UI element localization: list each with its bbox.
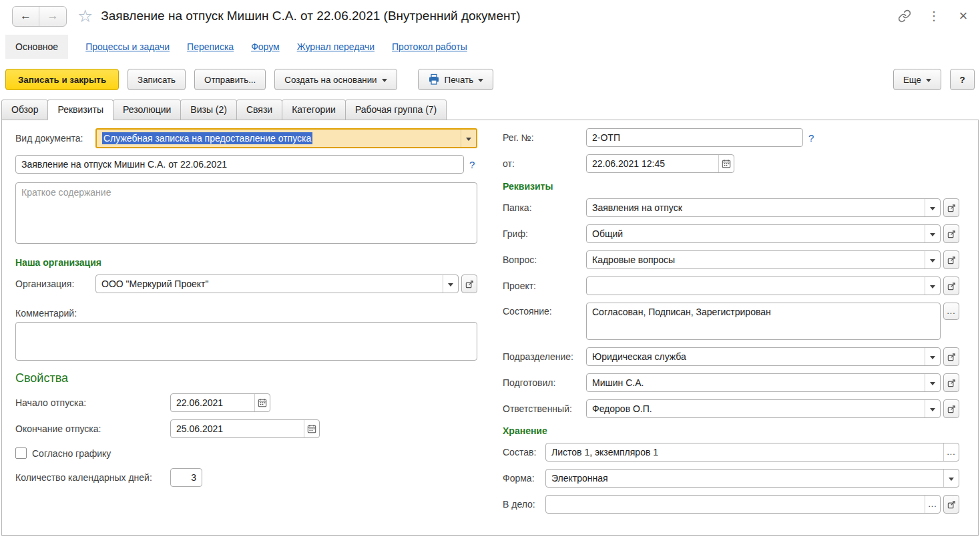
vacation-start-date-field[interactable]: 22.06.2021 — [170, 393, 270, 412]
according-to-schedule-checkbox[interactable] — [15, 447, 27, 459]
contents-field[interactable]: Листов 1, экземпляров 1 ... — [545, 443, 959, 462]
send-button[interactable]: Отправить... — [194, 69, 266, 90]
requisites-heading: Реквизиты — [503, 181, 959, 192]
reg-date-field[interactable]: 22.06.2021 12:45 — [586, 154, 734, 173]
vacation-end-calendar-button[interactable] — [304, 420, 319, 437]
vacation-end-date-field[interactable]: 25.06.2021 — [170, 419, 320, 438]
back-button[interactable]: ← — [13, 7, 39, 26]
doc-name-help[interactable]: ? — [469, 159, 475, 170]
folder-open-button[interactable] — [943, 198, 959, 217]
project-open-button[interactable] — [943, 277, 959, 295]
case-value — [546, 496, 925, 513]
help-button[interactable]: ? — [950, 69, 975, 90]
reg-number-label: Рег. №: — [503, 132, 586, 143]
chevron-down-icon — [930, 233, 935, 236]
department-open-button[interactable] — [943, 347, 959, 366]
tab-requisites[interactable]: Реквизиты — [47, 100, 113, 120]
form-combobox[interactable]: Электронная — [545, 469, 959, 488]
create-based-on-button[interactable]: Создать на основании — [274, 69, 397, 90]
state-box[interactable]: Согласован, Подписан, Зарегистрирован — [586, 303, 941, 340]
nav-link-work-protocol[interactable]: Протокол работы — [392, 41, 467, 52]
tab-workgroup[interactable]: Рабочая группа (7) — [345, 100, 447, 120]
prepared-by-open-button[interactable] — [943, 373, 959, 392]
folder-dropdown-button[interactable] — [925, 199, 940, 216]
favorite-star-icon[interactable]: ☆ — [77, 7, 93, 25]
question-combobox[interactable]: Кадровые вопросы — [586, 250, 941, 269]
project-combobox[interactable] — [586, 277, 941, 295]
forward-button[interactable]: → — [39, 7, 66, 26]
reg-number-help[interactable]: ? — [808, 132, 814, 144]
tab-resolutions[interactable]: Резолюции — [113, 100, 181, 120]
responsible-combobox[interactable]: Федоров О.П. — [586, 399, 941, 418]
form-label: Форма: — [503, 473, 545, 484]
toolbar: Записать и закрыть Записать Отправить...… — [0, 61, 980, 90]
grif-dropdown-button[interactable] — [925, 225, 940, 242]
doc-name-input[interactable]: Заявление на отпуск Мишин С.А. от 22.06.… — [15, 155, 464, 174]
save-button[interactable]: Записать — [128, 69, 186, 90]
vacation-end-value: 25.06.2021 — [171, 420, 304, 437]
doc-kind-combobox[interactable]: Служебная записка на предоставление отпу… — [95, 128, 477, 148]
department-dropdown-button[interactable] — [925, 348, 940, 365]
comment-label: Комментарий: — [15, 308, 477, 319]
question-open-button[interactable] — [943, 250, 959, 269]
organization-open-button[interactable] — [461, 275, 477, 293]
form-dropdown-button[interactable] — [943, 470, 959, 487]
grif-combobox[interactable]: Общий — [586, 224, 941, 243]
grif-value: Общий — [587, 225, 925, 242]
reg-date-value: 22.06.2021 12:45 — [587, 155, 718, 172]
case-field[interactable]: ... — [545, 495, 941, 514]
back-arrow-icon: ← — [20, 9, 31, 23]
more-menu-button[interactable]: ⋮ — [927, 9, 941, 23]
nav-link-correspondence[interactable]: Переписка — [187, 41, 234, 52]
organization-dropdown-button[interactable] — [443, 275, 458, 293]
print-button[interactable]: Печать — [418, 69, 494, 90]
reg-number-input[interactable]: 2-ОТП — [586, 128, 803, 147]
prepared-by-combobox[interactable]: Мишин С.А. — [586, 373, 941, 392]
nav-link-transfer-log[interactable]: Журнал передачи — [297, 41, 375, 52]
summary-placeholder: Краткое содержание — [21, 187, 111, 198]
get-link-button[interactable] — [897, 9, 912, 23]
close-button[interactable]: × — [956, 9, 971, 23]
tab-links[interactable]: Связи — [236, 100, 282, 120]
more-actions-button[interactable]: Еще — [893, 69, 941, 90]
nav-link-forum[interactable]: Форум — [251, 41, 280, 52]
nav-item-main[interactable]: Основное — [5, 35, 68, 59]
state-ellipsis-button[interactable]: ... — [943, 303, 959, 320]
according-to-schedule-label: Согласно графику — [32, 448, 111, 459]
project-label: Проект: — [503, 281, 586, 291]
tab-categories[interactable]: Категории — [282, 100, 346, 120]
prepared-by-dropdown-button[interactable] — [925, 374, 940, 391]
department-value: Юридическая служба — [587, 348, 925, 365]
question-value: Кадровые вопросы — [587, 251, 925, 268]
grif-open-button[interactable] — [943, 224, 959, 243]
chevron-down-icon — [448, 283, 453, 287]
organization-label: Организация: — [15, 279, 95, 289]
chain-link-icon — [898, 9, 911, 23]
folder-combobox[interactable]: Заявления на отпуск — [586, 198, 941, 217]
folder-label: Папка: — [503, 202, 586, 213]
state-value: Согласован, Подписан, Зарегистрирован — [587, 303, 940, 317]
save-and-close-button[interactable]: Записать и закрыть — [5, 69, 119, 90]
prepared-by-value: Мишин С.А. — [587, 374, 925, 391]
summary-textarea[interactable]: Краткое содержание — [15, 182, 477, 244]
organization-combobox[interactable]: ООО "Меркурий Проект" — [95, 275, 459, 293]
case-ellipsis-button[interactable]: ... — [925, 496, 940, 513]
reg-date-calendar-button[interactable] — [718, 155, 734, 172]
responsible-dropdown-button[interactable] — [925, 400, 940, 417]
nav-link-processes[interactable]: Процессы и задачи — [85, 41, 170, 52]
forward-arrow-icon: → — [47, 9, 59, 23]
comment-textarea[interactable] — [15, 322, 477, 361]
question-dropdown-button[interactable] — [925, 251, 940, 268]
department-combobox[interactable]: Юридическая служба — [586, 347, 941, 366]
vacation-start-calendar-button[interactable] — [254, 394, 270, 411]
tab-overview[interactable]: Обзор — [1, 100, 48, 120]
case-open-button[interactable] — [943, 495, 959, 514]
contents-ellipsis-button[interactable]: ... — [943, 443, 959, 461]
storage-heading: Хранение — [503, 425, 959, 436]
doc-kind-dropdown-button[interactable] — [461, 130, 476, 147]
tab-visas[interactable]: Визы (2) — [180, 100, 237, 120]
more-actions-label: Еще — [903, 75, 921, 85]
responsible-open-button[interactable] — [943, 399, 959, 418]
project-dropdown-button[interactable] — [925, 277, 940, 295]
calendar-days-input[interactable]: 3 — [170, 468, 202, 487]
